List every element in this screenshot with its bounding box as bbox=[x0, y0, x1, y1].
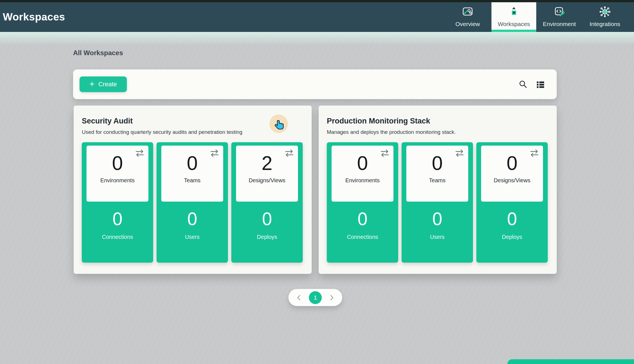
app-header: Workspaces Overview bbox=[0, 2, 634, 32]
stat-tile-bottom: 0 Connections bbox=[327, 202, 398, 263]
swap-arrows-icon[interactable] bbox=[380, 150, 390, 157]
stat-value: 0 bbox=[507, 208, 517, 230]
nav-label: Overview bbox=[455, 21, 480, 27]
stat-label: Designs/Views bbox=[494, 177, 530, 184]
swap-arrows-icon[interactable] bbox=[210, 150, 219, 157]
list-view-icon[interactable] bbox=[536, 80, 545, 89]
stat-label: Deploys bbox=[502, 234, 522, 240]
stat-tile-top: 0 Teams bbox=[161, 146, 223, 202]
stat-value: 0 bbox=[507, 150, 518, 177]
stat-tile-environments[interactable]: 0 Environments 0 Connections bbox=[327, 142, 398, 263]
swap-arrows-icon[interactable] bbox=[135, 150, 144, 157]
stat-tile-bottom: 0 Connections bbox=[82, 202, 153, 263]
swap-arrows-icon[interactable] bbox=[455, 150, 464, 157]
plus-icon: + bbox=[90, 80, 95, 88]
stat-tile-environments[interactable]: 0 Environments 0 Connections bbox=[82, 142, 153, 263]
create-button[interactable]: + Create bbox=[80, 76, 127, 92]
workspaces-toolbar: + Create bbox=[73, 69, 557, 99]
stat-label: Teams bbox=[184, 177, 201, 184]
main-nav: Overview Workspaces bbox=[444, 2, 627, 32]
page-number-button[interactable]: 1 bbox=[309, 291, 322, 304]
stat-value: 0 bbox=[187, 150, 198, 177]
stat-label: Connections bbox=[347, 234, 378, 240]
nav-item-integrations[interactable]: Integrations bbox=[582, 2, 627, 32]
stat-value: 0 bbox=[358, 208, 368, 230]
stat-tile-teams[interactable]: 0 Teams 0 Users bbox=[402, 142, 473, 263]
stat-tile-bottom: 0 Deploys bbox=[476, 202, 548, 263]
nav-label: Environment bbox=[543, 21, 576, 27]
workspace-card-security-audit[interactable]: Security Audit Used for conducting quart… bbox=[74, 106, 312, 274]
stat-tile-top: 0 Designs/Views bbox=[481, 146, 543, 202]
swap-arrows-icon[interactable] bbox=[530, 150, 539, 157]
stat-value: 0 bbox=[432, 150, 443, 177]
stat-label: Designs/Views bbox=[249, 177, 285, 184]
nav-item-environment[interactable]: Environment bbox=[536, 2, 582, 32]
stat-tile-top: 0 Environments bbox=[332, 146, 393, 202]
stat-value: 0 bbox=[432, 208, 442, 230]
stat-tile-designs[interactable]: 2 Designs/Views 0 Deploys bbox=[231, 142, 303, 263]
integrations-icon bbox=[598, 5, 611, 18]
nav-label: Workspaces bbox=[498, 21, 530, 27]
nav-item-overview[interactable]: Overview bbox=[444, 2, 491, 32]
stat-tile-bottom: 0 Deploys bbox=[231, 202, 303, 263]
workspaces-icon bbox=[507, 5, 520, 18]
stat-tile-top: 2 Designs/Views bbox=[236, 146, 298, 202]
stat-tile-top: 0 Environments bbox=[87, 146, 148, 202]
stat-tile-teams[interactable]: 0 Teams 0 Users bbox=[157, 142, 228, 263]
stat-label: Users bbox=[430, 234, 444, 240]
stat-value: 0 bbox=[112, 150, 123, 177]
workspace-title: Security Audit bbox=[82, 117, 133, 125]
create-button-label: Create bbox=[98, 81, 117, 88]
window-top-strip bbox=[0, 0, 634, 2]
workspace-title: Production Monitoring Stack bbox=[327, 117, 430, 125]
stat-tile-designs[interactable]: 0 Designs/Views 0 Deploys bbox=[476, 142, 548, 263]
stat-label: Environments bbox=[100, 177, 134, 184]
stat-label: Users bbox=[185, 234, 199, 240]
workspace-description: Used for conducting quarterly security a… bbox=[82, 129, 243, 135]
stat-label: Environments bbox=[345, 177, 379, 184]
chevron-right-icon[interactable] bbox=[328, 294, 335, 301]
stat-label: Connections bbox=[102, 234, 133, 240]
stat-label: Teams bbox=[429, 177, 446, 184]
overview-icon bbox=[461, 5, 474, 18]
app-logo: Workspaces bbox=[3, 11, 65, 23]
chevron-left-icon[interactable] bbox=[296, 294, 302, 301]
environment-icon bbox=[553, 5, 566, 18]
workspace-card-production-monitoring[interactable]: Production Monitoring Stack Manages and … bbox=[319, 106, 557, 274]
nav-item-workspaces[interactable]: Workspaces bbox=[491, 2, 536, 32]
nav-label: Integrations bbox=[589, 21, 620, 27]
stat-value: 0 bbox=[113, 208, 123, 230]
stat-value: 2 bbox=[262, 150, 272, 177]
stat-label: Deploys bbox=[257, 234, 277, 240]
page-title: All Workspaces bbox=[73, 49, 123, 57]
stat-tile-bottom: 0 Users bbox=[402, 202, 473, 263]
corner-action-peek[interactable] bbox=[507, 359, 634, 364]
swap-arrows-icon[interactable] bbox=[285, 150, 294, 157]
workspace-description: Manages and deploys the production monit… bbox=[327, 129, 456, 135]
stat-tile-top: 0 Teams bbox=[406, 146, 468, 202]
pagination: 1 bbox=[288, 289, 342, 306]
search-icon[interactable] bbox=[518, 80, 528, 89]
stat-value: 0 bbox=[357, 150, 368, 177]
header-fade bbox=[0, 32, 634, 45]
stat-value: 0 bbox=[262, 208, 272, 230]
stat-value: 0 bbox=[187, 208, 197, 230]
stat-tile-bottom: 0 Users bbox=[157, 202, 228, 263]
